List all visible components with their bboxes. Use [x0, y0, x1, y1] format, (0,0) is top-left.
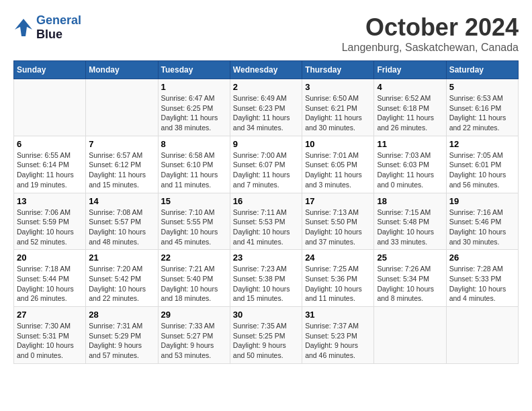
svg-marker-0	[15, 19, 32, 36]
day-info: Sunrise: 7:11 AM Sunset: 5:53 PM Dayligh…	[233, 208, 299, 247]
day-cell-21: 21Sunrise: 7:20 AM Sunset: 5:42 PM Dayli…	[86, 250, 158, 307]
day-cell-24: 24Sunrise: 7:25 AM Sunset: 5:36 PM Dayli…	[302, 250, 374, 307]
day-info: Sunrise: 7:25 AM Sunset: 5:36 PM Dayligh…	[305, 264, 371, 304]
day-number: 4	[377, 82, 443, 92]
day-cell-1: 1Sunrise: 6:47 AM Sunset: 6:25 PM Daylig…	[158, 79, 230, 136]
location: Langenburg, Saskatchewan, Canada	[342, 42, 519, 54]
week-row-2: 6Sunrise: 6:55 AM Sunset: 6:14 PM Daylig…	[14, 136, 519, 193]
day-info: Sunrise: 6:49 AM Sunset: 6:23 PM Dayligh…	[233, 93, 299, 133]
day-info: Sunrise: 7:31 AM Sunset: 5:29 PM Dayligh…	[89, 321, 154, 361]
day-cell-15: 15Sunrise: 7:10 AM Sunset: 5:55 PM Dayli…	[158, 193, 230, 250]
day-number: 1	[161, 82, 227, 92]
day-info: Sunrise: 7:10 AM Sunset: 5:55 PM Dayligh…	[161, 208, 227, 247]
day-cell-29: 29Sunrise: 7:33 AM Sunset: 5:27 PM Dayli…	[158, 307, 230, 364]
day-number: 2	[233, 82, 299, 92]
day-cell-31: 31Sunrise: 7:37 AM Sunset: 5:23 PM Dayli…	[302, 307, 374, 364]
day-number: 25	[377, 253, 443, 263]
day-cell-6: 6Sunrise: 6:55 AM Sunset: 6:14 PM Daylig…	[14, 136, 86, 193]
header-thursday: Thursday	[302, 61, 374, 79]
header-monday: Monday	[86, 61, 158, 79]
title-area: October 2024 Langenburg, Saskatchewan, C…	[342, 13, 519, 54]
day-info: Sunrise: 7:16 AM Sunset: 5:46 PM Dayligh…	[449, 208, 515, 247]
page-header: General Blue October 2024 Langenburg, Sa…	[13, 13, 519, 54]
day-info: Sunrise: 7:05 AM Sunset: 6:01 PM Dayligh…	[449, 150, 515, 190]
day-cell-18: 18Sunrise: 7:15 AM Sunset: 5:48 PM Dayli…	[374, 193, 446, 250]
day-info: Sunrise: 7:00 AM Sunset: 6:07 PM Dayligh…	[233, 150, 299, 190]
week-row-3: 13Sunrise: 7:06 AM Sunset: 5:59 PM Dayli…	[14, 193, 519, 250]
empty-cell	[374, 307, 446, 364]
day-info: Sunrise: 7:35 AM Sunset: 5:25 PM Dayligh…	[233, 321, 299, 361]
day-cell-4: 4Sunrise: 6:52 AM Sunset: 6:18 PM Daylig…	[374, 79, 446, 136]
day-info: Sunrise: 7:26 AM Sunset: 5:34 PM Dayligh…	[377, 264, 443, 304]
day-number: 22	[161, 253, 227, 263]
day-number: 20	[17, 253, 83, 263]
day-info: Sunrise: 7:13 AM Sunset: 5:50 PM Dayligh…	[305, 208, 371, 247]
day-cell-26: 26Sunrise: 7:28 AM Sunset: 5:33 PM Dayli…	[446, 250, 518, 307]
day-info: Sunrise: 7:20 AM Sunset: 5:42 PM Dayligh…	[89, 264, 154, 304]
day-number: 17	[305, 196, 371, 206]
day-cell-19: 19Sunrise: 7:16 AM Sunset: 5:46 PM Dayli…	[446, 193, 518, 250]
logo-icon	[13, 17, 34, 38]
day-number: 29	[161, 310, 227, 320]
day-number: 28	[89, 310, 154, 320]
logo: General Blue	[13, 13, 81, 42]
day-number: 19	[449, 196, 515, 206]
day-cell-23: 23Sunrise: 7:23 AM Sunset: 5:38 PM Dayli…	[230, 250, 302, 307]
day-info: Sunrise: 6:55 AM Sunset: 6:14 PM Dayligh…	[17, 150, 83, 190]
day-number: 14	[89, 196, 154, 206]
day-info: Sunrise: 6:52 AM Sunset: 6:18 PM Dayligh…	[377, 93, 443, 133]
day-cell-13: 13Sunrise: 7:06 AM Sunset: 5:59 PM Dayli…	[14, 193, 86, 250]
day-cell-9: 9Sunrise: 7:00 AM Sunset: 6:07 PM Daylig…	[230, 136, 302, 193]
day-number: 5	[449, 82, 515, 92]
day-number: 15	[161, 196, 227, 206]
day-cell-5: 5Sunrise: 6:53 AM Sunset: 6:16 PM Daylig…	[446, 79, 518, 136]
day-info: Sunrise: 7:30 AM Sunset: 5:31 PM Dayligh…	[17, 321, 83, 361]
empty-cell	[14, 79, 86, 136]
day-info: Sunrise: 7:23 AM Sunset: 5:38 PM Dayligh…	[233, 264, 299, 304]
day-number: 27	[17, 310, 83, 320]
day-info: Sunrise: 7:03 AM Sunset: 6:03 PM Dayligh…	[377, 150, 443, 190]
day-info: Sunrise: 6:53 AM Sunset: 6:16 PM Dayligh…	[449, 93, 515, 133]
day-number: 11	[377, 139, 443, 149]
day-number: 9	[233, 139, 299, 149]
header-wednesday: Wednesday	[230, 61, 302, 79]
day-cell-16: 16Sunrise: 7:11 AM Sunset: 5:53 PM Dayli…	[230, 193, 302, 250]
empty-cell	[446, 307, 518, 364]
day-cell-3: 3Sunrise: 6:50 AM Sunset: 6:21 PM Daylig…	[302, 79, 374, 136]
header-tuesday: Tuesday	[158, 61, 230, 79]
day-number: 24	[305, 253, 371, 263]
day-info: Sunrise: 7:06 AM Sunset: 5:59 PM Dayligh…	[17, 208, 83, 247]
header-saturday: Saturday	[446, 61, 518, 79]
day-info: Sunrise: 7:33 AM Sunset: 5:27 PM Dayligh…	[161, 321, 227, 361]
day-info: Sunrise: 6:47 AM Sunset: 6:25 PM Dayligh…	[161, 93, 227, 133]
day-number: 30	[233, 310, 299, 320]
day-info: Sunrise: 7:01 AM Sunset: 6:05 PM Dayligh…	[305, 150, 371, 190]
day-number: 31	[305, 310, 371, 320]
month-title: October 2024	[342, 13, 519, 42]
day-info: Sunrise: 7:21 AM Sunset: 5:40 PM Dayligh…	[161, 264, 227, 304]
day-cell-8: 8Sunrise: 6:58 AM Sunset: 6:10 PM Daylig…	[158, 136, 230, 193]
day-number: 16	[233, 196, 299, 206]
day-number: 21	[89, 253, 154, 263]
day-number: 12	[449, 139, 515, 149]
day-number: 7	[89, 139, 154, 149]
day-number: 13	[17, 196, 83, 206]
day-info: Sunrise: 6:57 AM Sunset: 6:12 PM Dayligh…	[89, 150, 154, 190]
empty-cell	[86, 79, 158, 136]
day-cell-30: 30Sunrise: 7:35 AM Sunset: 5:25 PM Dayli…	[230, 307, 302, 364]
day-info: Sunrise: 7:18 AM Sunset: 5:44 PM Dayligh…	[17, 264, 83, 304]
day-cell-14: 14Sunrise: 7:08 AM Sunset: 5:57 PM Dayli…	[86, 193, 158, 250]
logo-text: General Blue	[36, 13, 81, 42]
day-info: Sunrise: 7:15 AM Sunset: 5:48 PM Dayligh…	[377, 208, 443, 247]
day-info: Sunrise: 7:28 AM Sunset: 5:33 PM Dayligh…	[449, 264, 515, 304]
day-number: 23	[233, 253, 299, 263]
day-cell-22: 22Sunrise: 7:21 AM Sunset: 5:40 PM Dayli…	[158, 250, 230, 307]
calendar-header-row: SundayMondayTuesdayWednesdayThursdayFrid…	[14, 61, 519, 79]
day-number: 3	[305, 82, 371, 92]
week-row-1: 1Sunrise: 6:47 AM Sunset: 6:25 PM Daylig…	[14, 79, 519, 136]
calendar-table: SundayMondayTuesdayWednesdayThursdayFrid…	[13, 60, 519, 364]
day-number: 26	[449, 253, 515, 263]
day-info: Sunrise: 7:37 AM Sunset: 5:23 PM Dayligh…	[305, 321, 371, 361]
day-cell-27: 27Sunrise: 7:30 AM Sunset: 5:31 PM Dayli…	[14, 307, 86, 364]
day-cell-2: 2Sunrise: 6:49 AM Sunset: 6:23 PM Daylig…	[230, 79, 302, 136]
